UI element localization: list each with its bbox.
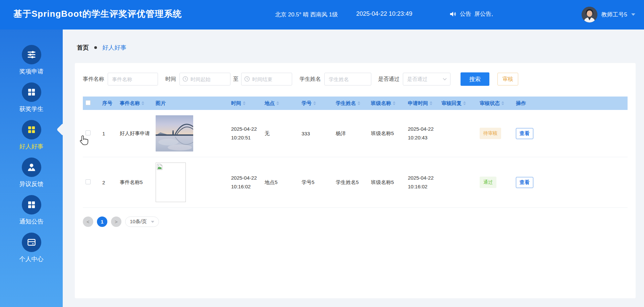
cell-time: 2025-04-22 10:16:02 [228,157,262,208]
column-label: 序号 [102,100,112,107]
sort-carets-icon[interactable] [463,100,466,107]
cell-event-name: 好人好事申请 [117,110,153,157]
next-page-button[interactable]: > [111,217,121,227]
sort-carets-icon[interactable] [276,100,279,107]
prev-page-button[interactable]: < [83,217,93,227]
sidebar-nav: 奖项申请获奖学生好人好事异议反馈通知公告个人中心 [0,29,63,307]
page-size-value: 10条/页 [130,219,147,225]
user-menu[interactable]: 教师工号5 [582,7,635,22]
column-label: 事件名称 [120,100,140,107]
grid-icon [22,120,41,139]
column-header-apply-time[interactable]: 申请时间 [405,97,439,110]
column-header-class-name[interactable]: 班级名称 [368,97,405,110]
speaker-icon [449,10,457,18]
column-header-student-no[interactable]: 学号 [299,97,333,110]
student-name-input[interactable] [324,73,371,85]
view-button[interactable]: 查看 [516,177,533,188]
main-content: 首页 好人好事 事件名称 时间 至 [63,29,644,307]
cell-apply-time: 2025-04-22 10:20:43 [405,110,439,157]
search-button[interactable]: 搜索 [461,72,489,86]
review-button[interactable]: 审核 [497,73,518,85]
sidebar-item-奖项申请[interactable]: 奖项申请 [0,45,63,75]
content-card: 事件名称 时间 至 学生姓名 是否通过 是 [75,63,636,298]
column-header-action: 操作 [513,97,628,110]
table-row: 2事件名称52025-04-22 10:16:02地点5学号5学生姓名5班级名称… [83,157,628,208]
column-label: 时间 [231,100,241,107]
column-label: 班级名称 [371,100,391,107]
chevron-down-icon [631,13,635,18]
column-label: 审核回复 [441,100,462,107]
table-row: 1好人好事申请2025-04-22 10:20:51无333杨洋班级名称5202… [83,110,628,157]
cell-student-no: 学号5 [299,157,333,208]
column-label: 申请时间 [408,100,428,107]
sidebar-item-label: 好人好事 [19,142,44,150]
page-size-select[interactable]: 10条/页 [125,217,159,227]
sort-carets-icon[interactable] [358,100,360,107]
cell-index: 1 [100,110,117,157]
view-button[interactable]: 查看 [516,128,533,139]
pass-select-placeholder: 是否通过 [407,76,427,82]
to-label: 至 [233,76,238,83]
column-header-index: 序号 [100,97,117,110]
sidebar-item-个人中心[interactable]: 个人中心 [0,233,63,263]
breadcrumb: 首页 好人好事 [77,44,126,52]
column-header-review-reply[interactable]: 审核回复 [439,97,477,110]
sidebar-item-异议反馈[interactable]: 异议反馈 [0,158,63,188]
event-photo[interactable] [156,115,193,151]
sort-carets-icon[interactable] [243,100,246,107]
top-header: 基于SpringBoot的学生评奖评优管理系统 北京 20.5° 晴 西南风 1… [0,0,644,29]
cell-student-name: 杨洋 [333,110,368,157]
cell-index: 2 [100,157,117,208]
sort-carets-icon[interactable] [393,100,395,107]
select-all-header [83,97,100,110]
sidebar-item-label: 个人中心 [19,255,44,263]
sort-carets-icon[interactable] [142,100,144,107]
breadcrumb-home[interactable]: 首页 [77,44,89,52]
status-badge: 待审核 [480,128,501,139]
announce-marquee-text: 屏公告, [474,10,503,18]
records-table: 序号事件名称图片时间地点学号学生姓名班级名称申请时间审核回复审核状态操作 1好人… [83,97,628,208]
column-header-time[interactable]: 时间 [228,97,262,110]
chevron-down-icon [151,221,154,225]
cell-image [153,110,228,157]
select-all-checkbox[interactable] [86,100,91,105]
row-checkbox[interactable] [86,130,91,135]
breadcrumb-dot [94,46,97,49]
pass-label: 是否通过 [378,76,399,83]
broken-image-placeholder [156,163,186,202]
cell-review-reply [439,157,477,208]
sidebar-item-好人好事[interactable]: 好人好事 [0,120,63,150]
column-header-event-name[interactable]: 事件名称 [117,97,153,110]
column-header-location[interactable]: 地点 [262,97,299,110]
column-header-student-name[interactable]: 学生姓名 [333,97,368,110]
clock-icon [244,76,250,82]
cell-student-no: 333 [299,110,333,157]
grid-icon [22,195,41,214]
pass-select[interactable]: 是否通过 [403,73,450,85]
sidebar-item-通知公告[interactable]: 通知公告 [0,195,63,226]
username: 教师工号5 [601,11,627,18]
sort-carets-icon[interactable] [313,100,316,107]
sort-carets-icon[interactable] [430,100,432,107]
grid-icon [22,82,41,102]
avatar[interactable] [582,7,597,22]
sidebar-item-label: 获奖学生 [19,105,44,113]
breadcrumb-current[interactable]: 好人好事 [102,44,126,52]
broken-image-icon [157,164,163,170]
sort-carets-icon[interactable] [501,100,504,107]
cell-apply-time: 2025-04-22 10:16:02 [405,157,439,208]
cell-location: 地点5 [262,157,299,208]
page-1-button[interactable]: 1 [97,217,107,227]
cell-image [153,157,228,208]
user-icon [22,158,41,177]
student-name-label: 学生姓名 [300,76,321,83]
cell-review-reply [439,110,477,157]
sidebar-item-获奖学生[interactable]: 获奖学生 [0,82,63,113]
column-header-review-status[interactable]: 审核状态 [477,97,513,110]
event-name-input[interactable] [108,73,158,85]
app-title: 基于SpringBoot的学生评奖评优管理系统 [13,8,182,20]
column-header-image: 图片 [153,97,228,110]
time-label: 时间 [165,76,176,83]
row-checkbox[interactable] [86,179,91,184]
filter-bar: 事件名称 时间 至 学生姓名 是否通过 是 [75,63,636,86]
